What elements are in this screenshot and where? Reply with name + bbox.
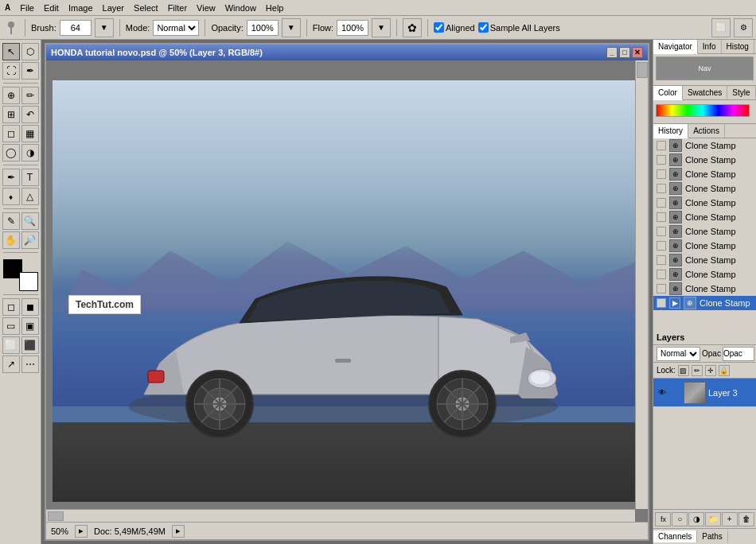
tab-histog[interactable]: Histog [722, 40, 754, 53]
screen-mode-btn1[interactable]: ▭ [2, 317, 20, 335]
eraser-tool[interactable]: ◻ [2, 125, 20, 142]
history-item-9[interactable]: ⊕ Clone Stamp [653, 253, 756, 267]
lock-paint-btn[interactable]: ✏ [692, 365, 703, 376]
history-item-4[interactable]: ⊕ Clone Stamp [653, 181, 756, 196]
menu-help[interactable]: Help [261, 3, 289, 13]
lock-all-btn[interactable]: 🔒 [719, 365, 730, 376]
palette-btn[interactable]: ⬜ [711, 18, 731, 37]
delete-layer-btn[interactable]: 🗑 [738, 512, 754, 527]
blend-mode-select[interactable]: Normal [657, 347, 700, 361]
add-mask-btn[interactable]: ○ [672, 512, 688, 527]
lock-position-btn[interactable]: ✛ [705, 365, 716, 376]
minimize-btn[interactable]: _ [606, 47, 618, 58]
history-item-3[interactable]: ⊕ Clone Stamp [653, 167, 756, 181]
tab-channels[interactable]: Channels [653, 530, 697, 542]
tool-row-4: ⊞ ↶ [2, 106, 39, 123]
zoom-btn[interactable]: ▸ [75, 525, 88, 538]
screen-mode-btn2[interactable]: ▣ [21, 317, 39, 335]
menu-layer[interactable]: Layer [98, 3, 130, 13]
layer-item-3[interactable]: 👁 Layer 3 [653, 379, 756, 407]
tab-color[interactable]: Color [653, 86, 683, 100]
tab-navigator[interactable]: Navigator [653, 40, 698, 54]
tab-paths[interactable]: Paths [697, 530, 728, 542]
blur-tool[interactable]: ◯ [2, 144, 20, 161]
status-arrow-btn[interactable]: ▸ [172, 525, 185, 538]
lasso-tool[interactable]: ⬡ [21, 43, 39, 60]
aligned-checkbox[interactable] [434, 22, 444, 33]
menu-image[interactable]: Image [64, 3, 98, 13]
standard-mode-tool[interactable]: ◼ [21, 298, 39, 316]
flow-dropdown-btn[interactable]: ▼ [372, 18, 391, 37]
history-item-6[interactable]: ⊕ Clone Stamp [653, 210, 756, 224]
history-item-11[interactable]: ⊕ Clone Stamp [653, 282, 756, 296]
horizontal-scrollbar[interactable] [46, 509, 635, 522]
maximize-btn[interactable]: □ [619, 47, 630, 58]
history-item-1[interactable]: ⊕ Clone Stamp [653, 138, 756, 153]
close-btn[interactable]: ✕ [632, 47, 643, 58]
annotation-tool[interactable]: ✎ [2, 212, 20, 230]
new-group-btn[interactable]: 📁 [705, 512, 721, 527]
lock-transparent-btn[interactable]: ▨ [678, 365, 689, 376]
screen-mode-btn4[interactable]: ⬛ [21, 336, 39, 354]
zoom-tool[interactable]: 🔎 [21, 231, 39, 249]
background-color[interactable] [19, 272, 38, 291]
brush-tool[interactable]: ✏ [21, 87, 39, 104]
sample-all-checkbox[interactable] [478, 22, 489, 33]
menu-select[interactable]: Select [129, 3, 163, 13]
eyedropper-tool[interactable]: ✒ [21, 62, 39, 80]
gradient-tool[interactable]: ▦ [21, 125, 39, 142]
menu-edit[interactable]: Edit [39, 3, 64, 13]
screen-mode-btn3[interactable]: ⬜ [2, 336, 20, 354]
tab-history[interactable]: History [653, 124, 688, 138]
mode-select[interactable]: Normal [153, 20, 199, 36]
menu-file[interactable]: File [15, 3, 39, 13]
jump-to-ir-btn[interactable]: ↗ [2, 356, 20, 373]
shape-tool[interactable]: △ [21, 188, 39, 205]
pen-tool[interactable]: ✒ [2, 169, 20, 186]
brush-size-input[interactable] [60, 20, 92, 36]
history-item-5[interactable]: ⊕ Clone Stamp [653, 196, 756, 210]
tool-row-view: ▭ ▣ [2, 317, 39, 335]
history-item-12-active[interactable]: ▶ ⊕ Clone Stamp [653, 296, 756, 310]
vertical-scrollbar[interactable] [635, 60, 648, 509]
history-brush-tool[interactable]: ↶ [21, 106, 39, 123]
move-tool[interactable]: ↖ [2, 43, 20, 60]
color-gradient-bar[interactable] [656, 104, 750, 117]
color-swatch [3, 259, 38, 291]
dodge-tool[interactable]: ◑ [21, 144, 39, 161]
tab-actions[interactable]: Actions [688, 124, 725, 138]
opacity-dropdown-btn[interactable]: ▼ [282, 18, 301, 37]
layer-eye-btn[interactable]: 👁 [657, 387, 668, 398]
text-tool[interactable]: T [21, 169, 39, 186]
options-btn[interactable]: ⚙ [734, 18, 753, 37]
history-item-7[interactable]: ⊕ Clone Stamp [653, 224, 756, 239]
add-style-btn[interactable]: fx [655, 512, 671, 527]
history-check-2 [657, 155, 666, 165]
history-check-12 [657, 298, 666, 308]
menu-window[interactable]: Window [220, 3, 261, 13]
crop-tool[interactable]: ⛶ [2, 62, 20, 80]
brush-dropdown-btn[interactable]: ▼ [95, 18, 114, 37]
menu-filter[interactable]: Filter [163, 3, 192, 13]
clone-tool[interactable]: ⊞ [2, 106, 20, 123]
tab-swatches[interactable]: Swatches [683, 86, 727, 99]
history-item-10[interactable]: ⊕ Clone Stamp [653, 267, 756, 282]
history-item-2[interactable]: ⊕ Clone Stamp [653, 153, 756, 167]
new-fill-btn[interactable]: ◑ [688, 512, 704, 527]
airbrush-btn[interactable]: ✿ [403, 18, 422, 37]
quick-mask-tool[interactable]: ◻ [2, 298, 20, 316]
menu-view[interactable]: View [192, 3, 220, 13]
tab-styles[interactable]: Style [727, 86, 755, 99]
extra-btn[interactable]: ⋯ [21, 356, 39, 373]
new-layer-btn[interactable]: + [722, 512, 738, 527]
flow-input[interactable] [337, 20, 368, 36]
opacity-input[interactable] [247, 20, 279, 36]
path-tool[interactable]: ⬧ [2, 188, 20, 205]
eyedropper2-tool[interactable]: 🔍 [21, 212, 39, 230]
tab-info[interactable]: Info [698, 40, 722, 53]
layer-opacity-input[interactable] [723, 347, 754, 361]
hand-tool[interactable]: ✋ [2, 231, 20, 249]
svg-point-0 [8, 21, 14, 28]
history-item-8[interactable]: ⊕ Clone Stamp [653, 239, 756, 253]
healing-tool[interactable]: ⊕ [2, 87, 20, 104]
